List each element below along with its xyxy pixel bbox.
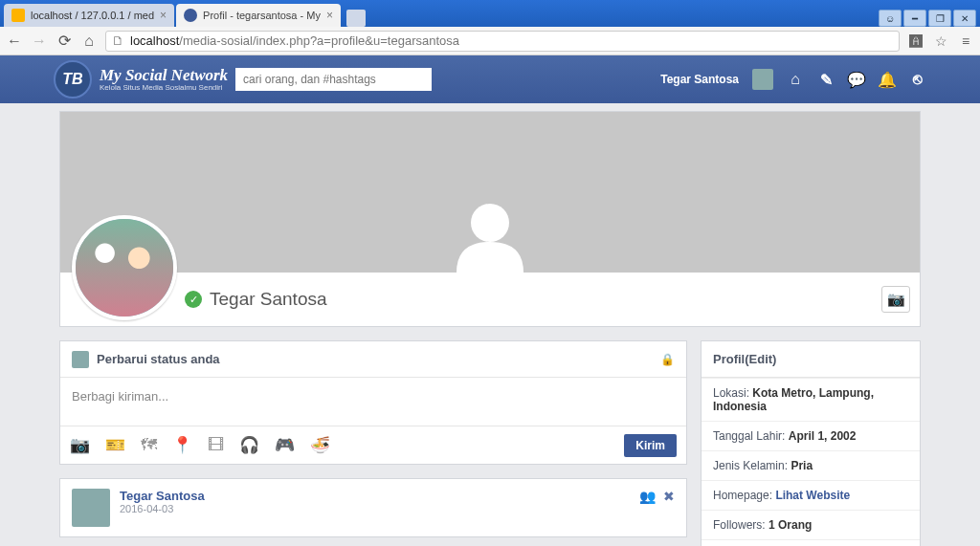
post-date: 2016-04-03 bbox=[120, 503, 205, 514]
share-icon[interactable]: 👥 bbox=[639, 489, 656, 504]
topbar-avatar[interactable] bbox=[752, 69, 773, 90]
info-row-location: Lokasi: Kota Metro, Lampung, Indonesia bbox=[702, 378, 920, 421]
url-host: localhost bbox=[130, 33, 179, 48]
value: Pria bbox=[791, 459, 813, 472]
delete-post-icon[interactable]: ✖ bbox=[663, 489, 675, 504]
info-row-followers: Followers: 1 Orang bbox=[702, 510, 920, 539]
brand-sub: Kelola Situs Media Sosialmu Sendiri bbox=[100, 83, 228, 92]
privacy-lock-icon[interactable]: 🔒 bbox=[660, 353, 675, 366]
post-author[interactable]: Tegar Santosa bbox=[120, 489, 205, 503]
profile-info-card: Profil (Edit) Lokasi: Kota Metro, Lampun… bbox=[701, 340, 921, 546]
logo-icon: TB bbox=[54, 60, 92, 98]
browser-tabstrip: localhost / 127.0.0.1 / med × Profil - t… bbox=[0, 0, 980, 27]
verified-badge-icon: ✓ bbox=[185, 291, 202, 308]
tab-title: Profil - tegarsantosa - My bbox=[203, 10, 321, 21]
site-logo[interactable]: TB My Social Network Kelola Situs Media … bbox=[54, 60, 228, 98]
favicon-pma bbox=[11, 9, 25, 22]
browser-tab-pma[interactable]: localhost / 127.0.0.1 / med × bbox=[4, 4, 174, 27]
location-pin-icon[interactable]: 📍 bbox=[172, 435, 192, 455]
reload-button[interactable]: ⟳ bbox=[56, 33, 73, 50]
home-button[interactable]: ⌂ bbox=[80, 33, 98, 50]
notifications-icon[interactable]: 🔔 bbox=[879, 71, 896, 88]
video-icon[interactable]: 🎞 bbox=[208, 436, 224, 455]
post-card: Tegar Santosa 2016-04-03 👥 ✖ bbox=[59, 478, 687, 537]
messages-icon[interactable]: 💬 bbox=[848, 71, 865, 88]
compose-card: Perbarui status anda 🔒 Berbagi kiriman..… bbox=[59, 340, 687, 465]
address-bar[interactable]: 🗋 localhost/media-sosial/index.php?a=pro… bbox=[105, 31, 900, 52]
send-button[interactable]: Kirim bbox=[624, 434, 677, 457]
compose-textarea[interactable]: Berbagi kiriman... bbox=[60, 378, 686, 426]
food-icon[interactable]: 🍜 bbox=[310, 435, 330, 455]
label: Jenis Kelamin: bbox=[713, 459, 791, 472]
tab-title: localhost / 127.0.0.1 / med bbox=[31, 10, 154, 21]
url-path: /media-sosial/index.php?a=profile&u=tega… bbox=[179, 33, 459, 48]
user-icon[interactable]: ☺ bbox=[879, 10, 902, 27]
topbar-username[interactable]: Tegar Santosa bbox=[660, 73, 739, 86]
ticket-icon[interactable]: 🎫 bbox=[105, 435, 125, 455]
logout-icon[interactable]: ⎋ bbox=[909, 71, 926, 88]
profile-display-name: Tegar Santosa bbox=[210, 289, 327, 310]
svg-point-0 bbox=[471, 204, 509, 242]
favicon-msn bbox=[184, 9, 197, 22]
label: Lokasi: bbox=[713, 386, 752, 400]
label: Followers: bbox=[713, 518, 768, 532]
profile-picture[interactable] bbox=[72, 215, 177, 320]
post-avatar[interactable] bbox=[72, 489, 110, 527]
compose-avatar bbox=[72, 351, 89, 368]
map-icon[interactable]: 🗺 bbox=[141, 436, 157, 455]
music-icon[interactable]: 🎧 bbox=[239, 435, 259, 455]
game-icon[interactable]: 🎮 bbox=[275, 435, 295, 455]
value: 1 Orang bbox=[768, 518, 812, 532]
value: April 1, 2002 bbox=[789, 429, 857, 443]
label: Homepage: bbox=[713, 489, 775, 502]
cover-photo[interactable] bbox=[60, 112, 920, 273]
edit-profile-link[interactable]: (Edit) bbox=[745, 352, 776, 366]
edit-icon[interactable]: ✎ bbox=[817, 71, 835, 88]
browser-toolbar: ← → ⟳ ⌂ 🗋 localhost/media-sosial/index.p… bbox=[0, 27, 980, 55]
back-button[interactable]: ← bbox=[6, 33, 23, 50]
new-tab-button[interactable] bbox=[346, 10, 366, 27]
home-icon[interactable]: ⌂ bbox=[787, 71, 804, 88]
tab-close-icon[interactable]: × bbox=[326, 9, 333, 22]
homepage-link[interactable]: Lihat Website bbox=[775, 489, 850, 502]
translate-icon[interactable]: 🅰 bbox=[907, 33, 924, 50]
window-minimize-button[interactable]: ━ bbox=[903, 10, 926, 27]
profile-header-card: ✓ Tegar Santosa 📷 bbox=[59, 111, 921, 327]
info-row-gender: Jenis Kelamin: Pria bbox=[702, 450, 920, 480]
tab-close-icon[interactable]: × bbox=[160, 9, 167, 22]
sidebar-title: Profil bbox=[713, 352, 745, 366]
forward-button[interactable]: → bbox=[31, 33, 48, 50]
info-row-birthdate: Tanggal Lahir: April 1, 2002 bbox=[702, 421, 920, 450]
default-avatar-silhouette bbox=[442, 196, 538, 273]
photo-icon[interactable]: 📷 bbox=[70, 435, 90, 455]
search-input[interactable] bbox=[235, 68, 432, 91]
page: TB My Social Network Kelola Situs Media … bbox=[0, 55, 980, 546]
brand-name: My Social Network bbox=[100, 67, 228, 83]
camera-icon: 📷 bbox=[887, 291, 905, 308]
change-cover-button[interactable]: 📷 bbox=[881, 286, 910, 313]
label: Tanggal Lahir: bbox=[713, 429, 789, 443]
menu-icon[interactable]: ≡ bbox=[957, 33, 974, 50]
site-topbar: TB My Social Network Kelola Situs Media … bbox=[0, 55, 980, 103]
compose-title: Perbarui status anda bbox=[97, 352, 220, 366]
info-row-facebook: Facebook: Lihat Profil bbox=[702, 539, 920, 546]
info-row-homepage: Homepage: Lihat Website bbox=[702, 480, 920, 510]
window-maximize-button[interactable]: ❐ bbox=[928, 10, 951, 27]
bookmark-icon[interactable]: ☆ bbox=[932, 33, 949, 50]
browser-tab-active[interactable]: Profil - tegarsantosa - My × bbox=[176, 4, 341, 27]
window-close-button[interactable]: ✕ bbox=[953, 10, 976, 27]
